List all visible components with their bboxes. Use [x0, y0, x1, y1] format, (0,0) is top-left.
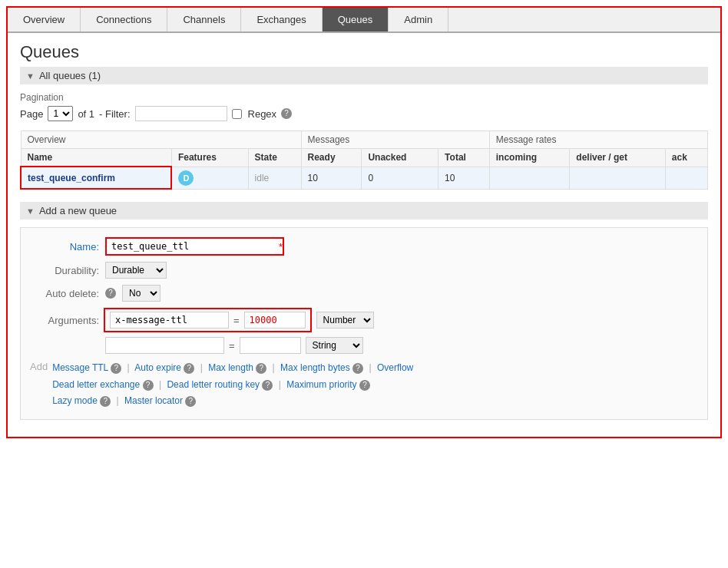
nav-bar: Overview Connections Channels Exchanges …	[8, 8, 720, 33]
max-length-bytes-help[interactable]: ?	[352, 363, 363, 374]
auto-delete-row: Auto delete: ? No Yes	[30, 285, 698, 302]
queue-total: 10	[438, 167, 490, 189]
col-state: State	[248, 149, 301, 167]
queue-name-cell[interactable]: test_queue_confirm	[21, 167, 171, 189]
tab-overview[interactable]: Overview	[8, 8, 81, 31]
arguments-label: Arguments:	[30, 315, 99, 326]
max-priority-help[interactable]: ?	[359, 380, 370, 391]
durability-label: Durability:	[30, 265, 99, 276]
lazy-mode-help[interactable]: ?	[100, 396, 111, 407]
shortcut-auto-expire[interactable]: Auto expire	[134, 362, 181, 373]
arguments-row-2: = String Number Boolean List	[105, 337, 698, 354]
filter-label: - Filter:	[99, 108, 130, 120]
dead-letter-exchange-help[interactable]: ?	[143, 380, 154, 391]
shortcut-master-locator[interactable]: Master locator	[124, 395, 183, 406]
master-locator-help[interactable]: ?	[185, 396, 196, 407]
arg1-type-select[interactable]: Number String Boolean List	[316, 312, 374, 329]
collapse-arrow: ▼	[26, 71, 35, 81]
arguments-wrapper: =	[104, 308, 312, 332]
col-features: Features	[171, 149, 248, 167]
durability-select[interactable]: Durable Transient	[105, 262, 167, 279]
arg1-key-input[interactable]	[110, 312, 229, 329]
shortcut-max-length-bytes[interactable]: Max length bytes	[280, 362, 350, 373]
arg2-key-input[interactable]	[105, 337, 224, 354]
tab-channels[interactable]: Channels	[167, 8, 241, 31]
pagination-label: Pagination	[20, 92, 708, 103]
queue-state: idle	[255, 173, 270, 183]
all-queues-header[interactable]: ▼ All queues (1)	[20, 67, 708, 84]
col-ready: Ready	[301, 149, 362, 167]
queue-unacked: 0	[362, 167, 438, 189]
name-input[interactable]	[107, 239, 276, 254]
shortcut-lazy-mode[interactable]: Lazy mode	[52, 395, 98, 406]
arg1-val-input[interactable]	[244, 312, 306, 329]
auto-delete-label: Auto delete:	[30, 288, 99, 299]
page-select[interactable]: 1	[48, 106, 73, 121]
main-content: Queues ▼ All queues (1) Pagination Page …	[8, 33, 720, 437]
add-queue-label: Add a new queue	[39, 205, 117, 216]
regex-label: Regex	[248, 108, 277, 120]
queue-ready: 10	[301, 167, 362, 189]
page-text: Page	[20, 108, 43, 120]
col-name: Name	[21, 149, 171, 167]
feature-badge: D	[178, 170, 194, 186]
of-text: of 1	[78, 108, 94, 120]
filter-input[interactable]	[135, 106, 227, 121]
shortcut-dead-letter-routing[interactable]: Dead letter routing key	[167, 379, 260, 390]
add-queue-form: Name: * Durability: Durable Transient Au…	[20, 227, 708, 420]
all-queues-label: All queues (1)	[39, 70, 101, 81]
group-rates: Message rates	[489, 131, 707, 149]
queue-state-cell: idle	[248, 167, 301, 189]
tab-exchanges[interactable]: Exchanges	[241, 8, 322, 31]
page-title: Queues	[20, 42, 708, 62]
queue-deliver	[570, 167, 666, 189]
main-container: Overview Connections Channels Exchanges …	[6, 6, 722, 438]
col-ack: ack	[665, 149, 707, 167]
add-queue-header[interactable]: ▼ Add a new queue	[20, 202, 708, 220]
auto-expire-help[interactable]: ?	[184, 363, 194, 374]
regex-help-icon[interactable]: ?	[281, 108, 292, 119]
queue-incoming	[489, 167, 570, 189]
queue-ack	[665, 167, 707, 189]
regex-checkbox[interactable]	[232, 109, 242, 119]
group-overview: Overview	[21, 131, 301, 149]
auto-delete-select[interactable]: No Yes	[122, 285, 160, 302]
durability-row: Durability: Durable Transient	[30, 262, 698, 279]
arg2-val-input[interactable]	[240, 337, 301, 354]
add-queue-arrow: ▼	[26, 206, 35, 216]
arg2-type-select[interactable]: String Number Boolean List	[306, 337, 363, 354]
shortcuts-links: Message TTL ? | Auto expire ? | Max leng…	[52, 360, 413, 410]
shortcut-message-ttl[interactable]: Message TTL	[52, 362, 108, 373]
col-deliver: deliver / get	[570, 149, 666, 167]
message-ttl-help[interactable]: ?	[111, 363, 121, 374]
pagination-area: Pagination Page 1 of 1 - Filter: Regex ?	[20, 92, 708, 121]
queue-table: Overview Messages Message rates Name Fea…	[20, 130, 708, 190]
name-input-wrapper: *	[105, 237, 284, 256]
shortcuts-row: Add Message TTL ? | Auto expire ? | Max …	[30, 360, 698, 410]
add-label: Add	[30, 360, 48, 372]
queue-feature-cell: D	[171, 167, 248, 189]
shortcut-max-length[interactable]: Max length	[208, 362, 253, 373]
col-total: Total	[438, 149, 490, 167]
max-length-help[interactable]: ?	[256, 363, 266, 374]
arguments-row-1: Arguments: = Number String Boolean List	[30, 308, 698, 332]
tab-connections[interactable]: Connections	[81, 8, 167, 31]
name-label: Name:	[30, 241, 99, 253]
tab-admin[interactable]: Admin	[389, 8, 448, 31]
col-incoming: incoming	[489, 149, 570, 167]
shortcut-overflow[interactable]: Overflow	[377, 362, 413, 373]
required-star: *	[279, 241, 283, 253]
shortcut-max-priority[interactable]: Maximum priority	[286, 379, 356, 390]
table-row: test_queue_confirm D idle 10 0 10	[21, 167, 708, 189]
pagination-controls: Page 1 of 1 - Filter: Regex ?	[20, 106, 708, 121]
arg2-eq: =	[229, 340, 235, 352]
auto-delete-help-icon[interactable]: ?	[105, 288, 116, 299]
shortcut-dead-letter-exchange[interactable]: Dead letter exchange	[52, 379, 140, 390]
col-unacked: Unacked	[362, 149, 438, 167]
dead-letter-routing-help[interactable]: ?	[262, 380, 273, 391]
tab-queues[interactable]: Queues	[323, 8, 389, 31]
group-messages: Messages	[301, 131, 489, 149]
name-row: Name: *	[30, 237, 698, 256]
arg1-eq: =	[233, 315, 240, 326]
